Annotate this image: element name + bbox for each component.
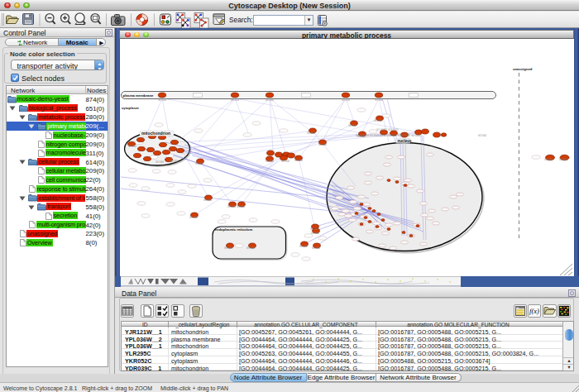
svg-text:GO:004: GO:004 (158, 98, 166, 102)
svg-text:GO:004: GO:004 (156, 160, 164, 164)
svg-text:GO:004: GO:004 (559, 158, 567, 161)
svg-text:GO:004: GO:004 (227, 205, 236, 208)
svg-text:GO:004: GO:004 (195, 162, 203, 165)
svg-text:GO:004: GO:004 (299, 245, 308, 248)
svg-text:GO:004: GO:004 (342, 98, 350, 102)
svg-text:GO:004: GO:004 (203, 198, 212, 202)
svg-text:mitochondrion: mitochondrion (141, 131, 170, 136)
svg-text:GO:004: GO:004 (170, 160, 178, 163)
svg-text:GO:004: GO:004 (307, 131, 315, 135)
svg-text:GO:004: GO:004 (246, 246, 255, 250)
svg-text:plasma membrane: plasma membrane (123, 93, 154, 98)
svg-text:cytoplasm: cytoplasm (122, 106, 139, 110)
svg-text:GO:004: GO:004 (224, 246, 232, 250)
svg-text:GO:004: GO:004 (128, 145, 136, 148)
svg-text:GO:004: GO:004 (374, 119, 382, 122)
svg-text:GO:004: GO:004 (294, 159, 303, 162)
svg-text:GO:0044464 GO:0044444 GO:00444: GO:0044464 GO:0044444 GO:0044425 GO:0016… (356, 134, 421, 137)
svg-text:endoplasmic reticulum: endoplasmic reticulum (215, 227, 253, 232)
svg-text:nucleus: nucleus (398, 139, 413, 143)
svg-text:unassigned: unassigned (513, 67, 533, 71)
svg-text:GO:004: GO:004 (310, 227, 318, 231)
svg-text:GO:00452 GO:00444: GO:00452 GO:00444 (376, 128, 399, 131)
svg-text:GO:004: GO:004 (266, 160, 274, 163)
svg-text:GO:004: GO:004 (544, 158, 553, 161)
svg-text:GO:004: GO:004 (318, 143, 327, 146)
svg-text:GO:004: GO:004 (478, 134, 486, 137)
svg-text:GO:004: GO:004 (237, 205, 245, 208)
svg-text:GO:004: GO:004 (311, 232, 319, 235)
svg-text:GO:004: GO:004 (281, 160, 290, 163)
svg-text:GO:004: GO:004 (375, 98, 383, 102)
svg-text:GO:004: GO:004 (231, 98, 239, 102)
svg-text:GO:004: GO:004 (266, 98, 274, 102)
svg-text:GO:004: GO:004 (312, 246, 320, 250)
svg-text:GO:004: GO:004 (348, 124, 356, 127)
svg-text:GO:004: GO:004 (189, 216, 198, 219)
